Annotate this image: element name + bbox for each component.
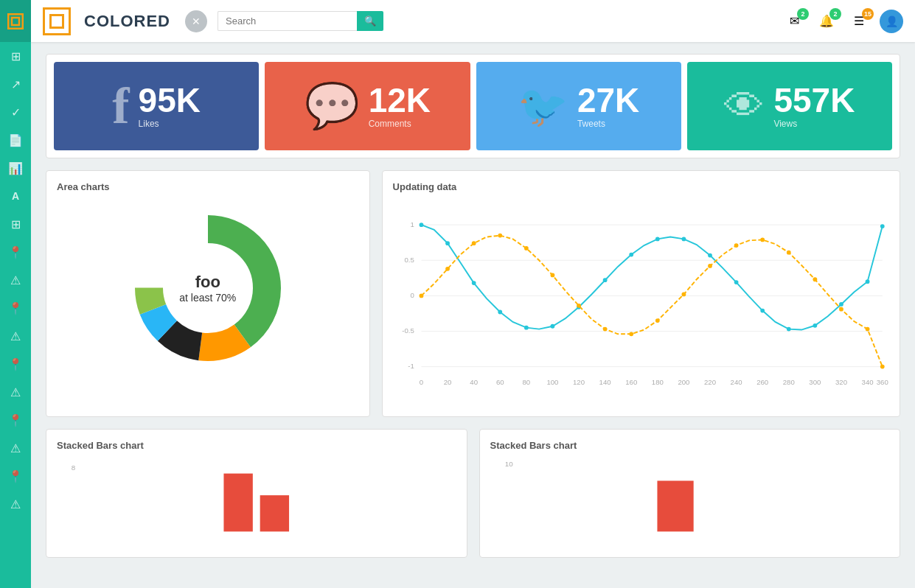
logo-inner bbox=[49, 14, 64, 29]
svg-point-45 bbox=[629, 253, 633, 257]
svg-text:100: 100 bbox=[546, 378, 558, 386]
donut-label-main: foo bbox=[179, 273, 236, 292]
svg-point-64 bbox=[629, 332, 633, 336]
svg-point-54 bbox=[865, 279, 869, 284]
sidebar-item-tasks[interactable]: ✓ bbox=[0, 98, 31, 126]
bar-chart-container-2: 10 bbox=[490, 458, 890, 547]
stat-card-facebook: f 95K Likes bbox=[54, 62, 259, 150]
svg-point-58 bbox=[471, 241, 476, 245]
facebook-info: 95K Likes bbox=[139, 83, 201, 129]
twitter-label: Tweets bbox=[577, 119, 605, 129]
svg-text:-1: -1 bbox=[408, 362, 414, 370]
sidebar-item-pin2[interactable]: 📍 bbox=[0, 294, 31, 322]
user-avatar[interactable]: 👤 bbox=[880, 10, 903, 33]
svg-point-62 bbox=[577, 304, 581, 308]
svg-point-51 bbox=[787, 327, 791, 332]
email-badge: 2 bbox=[797, 8, 809, 20]
search-input[interactable] bbox=[218, 11, 357, 31]
svg-point-65 bbox=[655, 318, 660, 323]
sidebar-item-charts[interactable]: 📊 bbox=[0, 154, 31, 182]
comments-number: 12K bbox=[369, 83, 431, 117]
area-chart-title: Area charts bbox=[57, 181, 359, 192]
updating-data-card: Updating data 1 0.5 0 -0.5 - bbox=[382, 170, 900, 417]
svg-point-68 bbox=[734, 243, 738, 248]
svg-point-44 bbox=[602, 278, 607, 282]
comments-icon: 💬 bbox=[305, 84, 360, 128]
header: COLORED ✕ 🔍 ✉ 2 🔔 2 ☰ 15 👤 bbox=[31, 0, 915, 42]
sidebar-item-share[interactable]: ↗ bbox=[0, 70, 31, 98]
svg-text:20: 20 bbox=[443, 378, 451, 386]
facebook-icon: f bbox=[112, 80, 129, 132]
svg-point-52 bbox=[813, 323, 817, 328]
svg-text:240: 240 bbox=[730, 378, 742, 386]
svg-text:160: 160 bbox=[625, 378, 637, 386]
svg-point-56 bbox=[419, 293, 423, 298]
logo-box bbox=[43, 7, 71, 35]
email-notification[interactable]: ✉ 2 bbox=[782, 10, 806, 33]
sidebar-item-alert1[interactable]: ⚠ bbox=[0, 266, 31, 294]
svg-rect-0 bbox=[8, 14, 23, 29]
bell-notification[interactable]: 🔔 2 bbox=[815, 10, 838, 33]
sidebar-item-pin3[interactable]: 📍 bbox=[0, 350, 31, 378]
bottom-row: Stacked Bars chart 8 Stacked Bars chart … bbox=[46, 429, 900, 558]
views-number: 557K bbox=[773, 83, 855, 117]
sidebar-item-alert2[interactable]: ⚠ bbox=[0, 322, 31, 350]
svg-text:10: 10 bbox=[504, 460, 512, 468]
close-button[interactable]: ✕ bbox=[185, 10, 207, 32]
twitter-number: 27K bbox=[577, 83, 639, 117]
sidebar-item-pin1[interactable]: 📍 bbox=[0, 238, 31, 266]
svg-point-37 bbox=[419, 223, 423, 227]
svg-point-73 bbox=[865, 327, 869, 332]
line-chart-container: 1 0.5 0 -0.5 -1 0 20 40 60 80 100 120 14… bbox=[393, 200, 889, 406]
svg-text:140: 140 bbox=[599, 378, 610, 386]
charts-row: Area charts bbox=[46, 170, 900, 417]
svg-text:0: 0 bbox=[410, 291, 414, 299]
svg-text:320: 320 bbox=[835, 378, 847, 386]
sidebar-item-alert4[interactable]: ⚠ bbox=[0, 434, 31, 462]
sidebar-item-alert5[interactable]: ⚠ bbox=[0, 490, 31, 518]
stacked-bar-card-2: Stacked Bars chart 10 bbox=[479, 429, 901, 558]
svg-point-53 bbox=[839, 302, 843, 307]
sidebar-item-alert3[interactable]: ⚠ bbox=[0, 378, 31, 406]
stat-card-comments: 💬 12K Comments bbox=[265, 62, 470, 150]
views-label: Views bbox=[773, 119, 797, 129]
svg-text:360: 360 bbox=[876, 378, 888, 386]
svg-point-72 bbox=[839, 307, 843, 312]
stat-card-twitter: 🐦 27K Tweets bbox=[476, 62, 681, 150]
svg-point-50 bbox=[760, 309, 765, 313]
donut-label-sub: at least 70% bbox=[179, 292, 236, 304]
svg-text:220: 220 bbox=[704, 378, 716, 386]
sidebar: ⊞ ↗ ✓ 📄 📊 A ⊞ 📍 ⚠ 📍 ⚠ 📍 ⚠ 📍 ⚠ 📍 ⚠ bbox=[0, 0, 31, 588]
svg-text:200: 200 bbox=[678, 378, 689, 386]
svg-point-46 bbox=[655, 237, 660, 242]
svg-point-70 bbox=[787, 251, 791, 255]
donut-label: foo at least 70% bbox=[179, 273, 236, 304]
svg-text:0: 0 bbox=[419, 378, 422, 386]
sidebar-item-grid[interactable]: ⊞ bbox=[0, 210, 31, 238]
stacked-bar-title-2: Stacked Bars chart bbox=[490, 440, 890, 451]
content: f 95K Likes 💬 12K Comments 🐦 27K Tw bbox=[31, 42, 915, 588]
sidebar-item-docs[interactable]: 📄 bbox=[0, 126, 31, 154]
blue-line bbox=[421, 225, 882, 329]
orange-line bbox=[421, 236, 882, 367]
sidebar-item-pin5[interactable]: 📍 bbox=[0, 462, 31, 490]
line-chart-svg: 1 0.5 0 -0.5 -1 0 20 40 60 80 100 120 14… bbox=[393, 200, 889, 406]
comments-label: Comments bbox=[369, 119, 411, 129]
sidebar-item-home[interactable]: ⊞ bbox=[0, 42, 31, 70]
svg-point-60 bbox=[524, 246, 529, 251]
svg-rect-1 bbox=[12, 18, 19, 25]
svg-text:340: 340 bbox=[861, 378, 873, 386]
donut-container: foo at least 70% bbox=[57, 200, 359, 377]
bar-chart-svg-1: 8 bbox=[57, 458, 456, 547]
svg-text:60: 60 bbox=[496, 378, 504, 386]
sidebar-item-typography[interactable]: A bbox=[0, 182, 31, 210]
list-notification[interactable]: ☰ 15 bbox=[847, 10, 871, 33]
twitter-icon: 🐦 bbox=[518, 86, 568, 127]
svg-point-59 bbox=[498, 234, 502, 238]
search-button[interactable]: 🔍 bbox=[357, 11, 383, 31]
svg-point-42 bbox=[550, 324, 554, 329]
svg-rect-79 bbox=[657, 480, 693, 531]
list-badge: 15 bbox=[862, 8, 874, 20]
sidebar-item-pin4[interactable]: 📍 bbox=[0, 406, 31, 434]
svg-point-66 bbox=[681, 293, 686, 297]
